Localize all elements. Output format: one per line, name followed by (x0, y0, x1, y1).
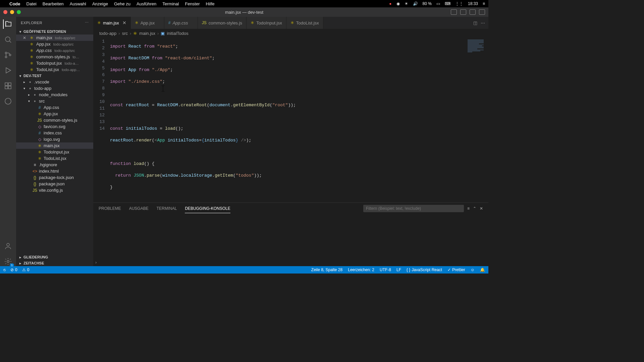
file-item[interactable]: ⚛ App.jsx (16, 111, 93, 117)
close-window-button[interactable] (3, 10, 7, 14)
file-item[interactable]: ◇ favicon.svg (16, 123, 93, 130)
close-icon[interactable]: ✕ (22, 36, 27, 40)
encoding-status[interactable]: UTF-8 (380, 267, 391, 272)
menu-help[interactable]: Hilfe (206, 1, 215, 6)
menu-go[interactable]: Gehe zu (114, 1, 130, 6)
display-icon[interactable]: ☀ (405, 1, 408, 6)
open-editor-item[interactable]: ⚛ App.jsx todo-app/src (16, 41, 93, 47)
file-item[interactable]: ≡ .hgignore (16, 162, 93, 168)
battery-icon[interactable]: ▭ (436, 1, 440, 6)
breadcrumb-item[interactable]: initialTodos (167, 31, 188, 36)
editor-tab[interactable]: ⚛ TodoInput.jsx (247, 17, 286, 29)
file-item[interactable]: JS vite.config.js (16, 187, 93, 193)
file-item[interactable]: ⚛ TodoList.jsx (16, 155, 93, 162)
layout-right-icon[interactable] (470, 9, 476, 15)
eol-status[interactable]: LF (396, 267, 401, 272)
errors-count[interactable]: ⊘ 0 (10, 267, 17, 272)
file-item[interactable]: # App.css (16, 104, 93, 111)
folder-item[interactable]: ▸ ∘ .vscode (16, 79, 93, 85)
indent-status[interactable]: Leerzeichen: 2 (348, 267, 374, 272)
sidebar-more-icon[interactable]: ⋯ (85, 20, 89, 25)
editor-tab[interactable]: # App.css (164, 17, 198, 29)
menu-icon[interactable]: ≡ (483, 1, 485, 6)
editor-tab[interactable]: ⚛ main.jsx ✕ (93, 17, 131, 29)
open-editor-item[interactable]: ⚛ common-styles.js to… (16, 54, 93, 60)
breadcrumbs[interactable]: todo-app › src › ⚛ main.jsx › ▣ initialT… (93, 29, 488, 38)
outline-section[interactable]: ▸ GLIEDERUNG (16, 254, 93, 260)
source-control-icon[interactable] (3, 50, 13, 60)
maximize-window-button[interactable] (17, 10, 21, 14)
project-section[interactable]: ▾ DEV-TEST (16, 73, 93, 79)
layout-bottom-icon[interactable] (460, 9, 466, 15)
file-item[interactable]: {} package.json (16, 181, 93, 187)
open-editor-item[interactable]: ⚛ TodoInput.jsx todo-a… (16, 60, 93, 66)
app-name[interactable]: Code (9, 1, 20, 6)
folder-item[interactable]: ▾ ∘ todo-app (16, 85, 93, 92)
rec-icon[interactable]: ● (389, 1, 391, 6)
folder-item[interactable]: ▸ ∘ node_modules (16, 92, 93, 98)
language-mode[interactable]: { } JavaScript React (407, 267, 442, 272)
feedback-icon[interactable]: ☺ (471, 267, 475, 272)
file-item[interactable]: ⚛ main.jsx (16, 142, 93, 149)
breadcrumb-item[interactable]: src (122, 31, 128, 36)
menu-terminal[interactable]: Terminal (162, 1, 179, 6)
open-editor-item[interactable]: ✕ ⚛ main.jsx todo-app/src (16, 35, 93, 41)
account-icon[interactable] (3, 241, 13, 251)
breadcrumb-item[interactable]: todo-app (99, 31, 116, 36)
explorer-icon[interactable] (3, 19, 12, 29)
open-editor-item[interactable]: ⚛ App.css todo-app/src (16, 47, 93, 54)
menu-run[interactable]: Ausführen (137, 1, 156, 6)
minimap[interactable] (462, 38, 488, 202)
panel-tab-terminal[interactable]: TERMINAL (157, 204, 177, 213)
more-actions-icon[interactable]: ⋯ (481, 20, 485, 25)
timeline-section[interactable]: ▸ ZEITACHSE (16, 260, 93, 266)
file-item[interactable]: # index.css (16, 130, 93, 136)
minimize-window-button[interactable] (10, 10, 14, 14)
settings-icon[interactable] (3, 257, 13, 266)
cursor-position[interactable]: Zeile 8, Spalte 28 (311, 267, 342, 272)
open-editors-section[interactable]: ▾ GEÖFFNETE EDITOREN (16, 28, 93, 35)
editor-tab[interactable]: ⚛ App.jsx (131, 17, 164, 29)
debug-filter-input[interactable] (363, 205, 464, 212)
editor-tab[interactable]: ⚛ TodoList.jsx (286, 17, 323, 29)
remote-button[interactable]: ⎋ (3, 267, 6, 272)
editor-body[interactable]: 1234567891011121314 import React from "r… (93, 38, 488, 202)
menu-view[interactable]: Anzeige (92, 1, 108, 6)
filter-settings-icon[interactable]: ≡ (467, 206, 470, 211)
extensions-icon[interactable] (3, 81, 13, 90)
panel-tab-debug-console[interactable]: DEBUGGING-KONSOLE (185, 204, 230, 213)
file-item[interactable]: JS common-styles.js (16, 117, 93, 123)
split-editor-icon[interactable]: ◫ (473, 20, 477, 25)
layout-left-icon[interactable] (451, 9, 457, 15)
file-item[interactable]: {} package-lock.json (16, 174, 93, 181)
wifi-icon[interactable]: ⋮⋮ (455, 1, 463, 6)
panel-collapse-icon[interactable]: ⌃ (473, 206, 476, 211)
prompt-icon[interactable]: › (95, 260, 97, 265)
menu-window[interactable]: Fenster (185, 1, 200, 6)
close-icon[interactable]: ✕ (122, 20, 126, 25)
prettier-status[interactable]: ✓ Prettier (447, 267, 465, 272)
panel-tab-output[interactable]: AUSGABE (129, 204, 149, 213)
warnings-count[interactable]: ⚠ 0 (22, 267, 30, 272)
search-icon[interactable] (3, 35, 13, 44)
menu-file[interactable]: Datei (26, 1, 37, 6)
layout-full-icon[interactable] (479, 9, 485, 15)
folder-item[interactable]: ▾ ∘ src (16, 98, 93, 104)
run-debug-icon[interactable] (3, 66, 13, 75)
remote-icon[interactable] (3, 97, 13, 106)
code-content[interactable]: import React from "react"; import ReactD… (110, 38, 462, 202)
file-item[interactable]: <> index.html (16, 168, 93, 174)
panel-close-icon[interactable]: ✕ (480, 206, 483, 211)
volume-icon[interactable]: 🔊 (413, 1, 418, 6)
siri-icon[interactable]: ◉ (396, 1, 400, 6)
file-item[interactable]: ⚛ TodoInput.jsx (16, 149, 93, 155)
menu-selection[interactable]: Auswahl (70, 1, 86, 6)
keyboard-icon[interactable]: ⌨ (445, 1, 450, 6)
breadcrumb-item[interactable]: main.jsx (139, 31, 155, 36)
menu-edit[interactable]: Bearbeiten (43, 1, 64, 6)
panel-tab-problems[interactable]: PROBLEME (99, 204, 121, 213)
clock[interactable]: 18:33 (468, 1, 478, 6)
editor-tab[interactable]: JS common-styles.js (198, 17, 247, 29)
bell-icon[interactable]: 🔔 (480, 267, 485, 272)
file-item[interactable]: ◇ logo.svg (16, 136, 93, 142)
